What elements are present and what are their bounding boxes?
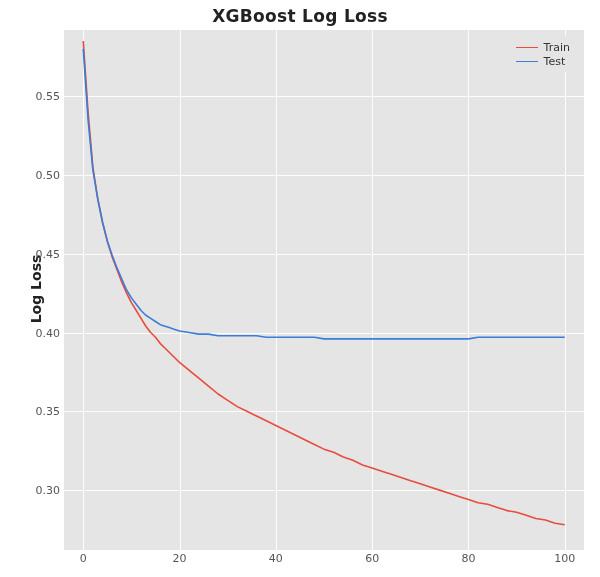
x-tick-label: 60 xyxy=(365,552,379,565)
x-tick-label: 80 xyxy=(461,552,475,565)
x-tick-label: 20 xyxy=(173,552,187,565)
legend-label-train: Train xyxy=(544,41,570,54)
legend: Train Test xyxy=(510,36,578,72)
legend-swatch-train xyxy=(516,47,538,48)
legend-entry-train: Train xyxy=(516,40,570,54)
y-tick-label: 0.55 xyxy=(10,90,60,103)
y-tick-label: 0.35 xyxy=(10,405,60,418)
x-tick-label: 40 xyxy=(269,552,283,565)
legend-label-test: Test xyxy=(544,55,566,68)
x-tick-label: 0 xyxy=(80,552,87,565)
chart-lines xyxy=(64,30,584,550)
x-tick-label: 100 xyxy=(554,552,575,565)
series-line-test xyxy=(83,49,564,339)
y-tick-label: 0.40 xyxy=(10,326,60,339)
series-line-train xyxy=(83,41,564,525)
y-tick-label: 0.30 xyxy=(10,484,60,497)
figure: XGBoost Log Loss Log Loss Train Test 020… xyxy=(0,0,600,577)
plot-area: Train Test xyxy=(64,30,584,550)
y-axis-label: Log Loss xyxy=(28,254,44,323)
legend-entry-test: Test xyxy=(516,54,570,68)
y-tick-label: 0.45 xyxy=(10,247,60,260)
legend-swatch-test xyxy=(516,61,538,62)
chart-title: XGBoost Log Loss xyxy=(0,6,600,26)
y-tick-label: 0.50 xyxy=(10,168,60,181)
